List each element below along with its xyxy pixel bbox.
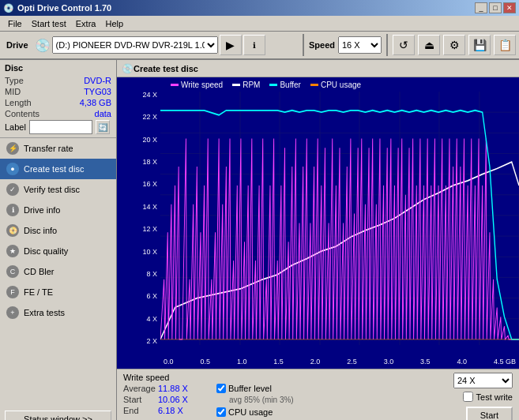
sidebar-item-verify-test-disc[interactable]: ✓ Verify test disc bbox=[0, 179, 116, 200]
test-write-label: Test write bbox=[476, 392, 513, 402]
y-label-6: 6 X bbox=[120, 293, 157, 300]
x-label-25: 2.5 bbox=[347, 358, 357, 366]
drive-icon: 💿 bbox=[35, 38, 51, 53]
y-label-4: 4 X bbox=[120, 316, 157, 323]
chart-x-axis: 0.0 0.5 1.0 1.5 2.0 2.5 3.0 3.5 4.0 4.5 … bbox=[160, 358, 519, 366]
refresh-btn[interactable]: ↺ bbox=[393, 35, 415, 55]
drive-info-btn[interactable]: ℹ bbox=[243, 35, 265, 55]
drive-select[interactable]: (D:) PIONEER DVD-RW DVR-219L 1.02 bbox=[52, 36, 218, 54]
titlebar-title: 💿 Opti Drive Control 1.70 bbox=[3, 3, 111, 13]
chart-svg bbox=[160, 92, 519, 345]
disc-info-label: Disc info bbox=[24, 226, 57, 235]
minimize-btn[interactable]: _ bbox=[475, 2, 487, 13]
disc-mid-value: TYG03 bbox=[84, 87, 111, 96]
maximize-btn[interactable]: □ bbox=[489, 2, 502, 13]
sidebar-item-transfer-rate[interactable]: ⚡ Transfer rate bbox=[0, 138, 116, 159]
drive-selector: 💿 (D:) PIONEER DVD-RW DVR-219L 1.02 ▶ ℹ bbox=[35, 35, 298, 55]
sidebar-item-disc-info[interactable]: 📀 Disc info bbox=[0, 220, 116, 241]
y-label-18: 18 X bbox=[120, 159, 157, 166]
y-label-2: 2 X bbox=[120, 338, 157, 345]
disc-length-value: 4,38 GB bbox=[80, 98, 111, 107]
sidebar-item-extra-tests[interactable]: + Extra tests bbox=[0, 302, 116, 323]
average-stat: Average 11.88 X bbox=[123, 384, 210, 393]
y-label-10: 10 X bbox=[120, 249, 157, 256]
cd-bler-label: CD Bler bbox=[24, 267, 55, 276]
y-label-14: 14 X bbox=[120, 204, 157, 211]
separator-1 bbox=[303, 34, 304, 56]
disc-info-icon: 📀 bbox=[6, 224, 19, 237]
main-content: Disc Type DVD-R MID TYG03 Length 4,38 GB… bbox=[0, 60, 519, 420]
end-label: End bbox=[123, 406, 155, 415]
sidebar-item-fe-te[interactable]: F FE / TE bbox=[0, 282, 116, 302]
buffer-level-checkbox[interactable] bbox=[216, 384, 226, 393]
speed-select[interactable]: 16 X 8 X MAX bbox=[338, 36, 382, 54]
disc-label-text: Label bbox=[5, 122, 26, 132]
x-label-15: 1.5 bbox=[273, 358, 284, 366]
app-icon: 💿 bbox=[3, 3, 14, 13]
x-label-05: 0.5 bbox=[200, 358, 210, 366]
legend-rpm: RPM bbox=[232, 81, 260, 89]
chart-container: Write speed RPM Buffer CPU usage 24 X bbox=[117, 77, 519, 369]
disc-mid-label: MID bbox=[5, 87, 21, 96]
verify-test-disc-icon: ✓ bbox=[6, 183, 19, 196]
legend-buffer: Buffer bbox=[269, 81, 301, 89]
copy-btn[interactable]: 📋 bbox=[494, 35, 516, 55]
menu-file[interactable]: File bbox=[3, 17, 27, 30]
burn-speed-select[interactable]: 24 X 16 X 8 X MAX bbox=[453, 373, 513, 388]
legend-buffer-color bbox=[269, 84, 277, 86]
disc-quality-label: Disc quality bbox=[24, 246, 68, 256]
menubar: File Start test Extra Help bbox=[0, 16, 519, 32]
disc-section: Disc Type DVD-R MID TYG03 Length 4,38 GB… bbox=[0, 60, 116, 138]
average-value: 11.88 X bbox=[158, 384, 194, 393]
menu-start-test[interactable]: Start test bbox=[27, 17, 71, 30]
toolbar: Drive 💿 (D:) PIONEER DVD-RW DVR-219L 1.0… bbox=[0, 32, 519, 60]
separator-2 bbox=[386, 34, 388, 56]
y-label-20: 20 X bbox=[120, 137, 157, 144]
settings-btn[interactable]: ⚙ bbox=[443, 35, 465, 55]
disc-section-title: Disc bbox=[5, 63, 111, 73]
end-value: 6.18 X bbox=[158, 406, 194, 415]
avg-buffer-label: avg 85% (min 3%) bbox=[229, 396, 343, 404]
y-label-16: 16 X bbox=[120, 181, 157, 188]
menu-extra[interactable]: Extra bbox=[71, 17, 101, 30]
fe-te-label: FE / TE bbox=[24, 287, 53, 297]
sidebar-item-drive-info[interactable]: ℹ Drive info bbox=[0, 200, 116, 220]
disc-label-btn[interactable]: 🔄 bbox=[96, 120, 110, 134]
menu-help[interactable]: Help bbox=[100, 17, 128, 30]
write-speed-section-label: Write speed bbox=[123, 373, 210, 382]
drive-arrow-btn[interactable]: ▶ bbox=[220, 35, 242, 55]
create-test-disc-icon: ● bbox=[6, 163, 19, 175]
verify-test-disc-label: Verify test disc bbox=[24, 185, 80, 194]
y-label-22: 22 X bbox=[120, 114, 157, 121]
test-write-checkbox[interactable] bbox=[463, 392, 473, 402]
average-label: Average bbox=[123, 384, 155, 393]
extra-tests-icon: + bbox=[6, 306, 19, 319]
eject-btn[interactable]: ⏏ bbox=[418, 35, 440, 55]
drive-info-icon: ℹ bbox=[6, 204, 19, 216]
sidebar-item-create-test-disc[interactable]: ● Create test disc bbox=[0, 159, 116, 179]
disc-type-value: DVD-R bbox=[84, 76, 111, 85]
x-label-2: 2.0 bbox=[310, 358, 321, 366]
chart-svg-area bbox=[160, 92, 519, 345]
sidebar-item-disc-quality[interactable]: ★ Disc quality bbox=[0, 241, 116, 261]
legend-rpm-color bbox=[232, 84, 240, 86]
content-area: 💿 Create test disc Write speed RPM Buffe… bbox=[117, 60, 519, 420]
sidebar-item-cd-bler[interactable]: C CD Bler bbox=[0, 261, 116, 282]
disc-contents-value: data bbox=[95, 109, 111, 118]
x-label-45: 4.5 GB bbox=[494, 358, 516, 366]
start-button[interactable]: Start bbox=[466, 407, 513, 420]
cpu-usage-checkbox[interactable] bbox=[216, 407, 226, 417]
bottom-stats: Write speed Average 11.88 X Start 10.06 … bbox=[117, 369, 519, 420]
x-label-3: 3.0 bbox=[384, 358, 394, 366]
test-write-checkbox-group: Test write bbox=[463, 392, 513, 402]
disc-label-input[interactable] bbox=[29, 120, 92, 134]
chart-legend: Write speed RPM Buffer CPU usage bbox=[164, 79, 367, 91]
create-test-disc-label: Create test disc bbox=[24, 164, 84, 174]
status-window-btn[interactable]: Status window >> bbox=[5, 411, 111, 420]
legend-cpu: CPU usage bbox=[310, 81, 361, 89]
cpu-usage-checkbox-group: CPU usage bbox=[216, 407, 343, 417]
close-btn[interactable]: ✕ bbox=[503, 2, 516, 13]
titlebar-controls: _ □ ✕ bbox=[475, 2, 516, 13]
save-btn[interactable]: 💾 bbox=[468, 35, 491, 55]
start-value: 10.06 X bbox=[158, 395, 194, 404]
